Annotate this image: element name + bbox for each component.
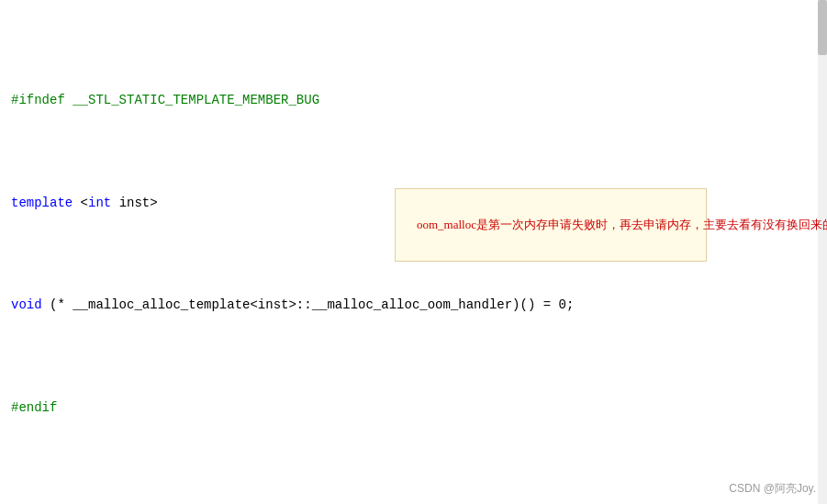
watermark-text: CSDN @阿亮Joy.	[729, 482, 816, 495]
scrollbar[interactable]	[818, 0, 827, 504]
preprocessor-text: #ifndef __STL_STATIC_TEMPLATE_MEMBER_BUG	[11, 93, 319, 107]
preprocessor-endif: #endif	[11, 400, 57, 415]
scrollbar-thumb[interactable]	[818, 0, 827, 55]
keyword-void: void	[11, 297, 42, 312]
watermark: CSDN @阿亮Joy.	[729, 481, 816, 497]
tooltip-text: oom_malloc是第一次内存申请失败时，再去申请内存，主要去看有没有换回来的…	[417, 218, 827, 231]
code-line-2: template <int inst>	[11, 193, 816, 213]
code-line-5	[11, 500, 816, 504]
keyword-template: template	[11, 196, 73, 210]
keyword-int: int	[88, 196, 111, 210]
code-line-1: #ifndef __STL_STATIC_TEMPLATE_MEMBER_BUG	[11, 90, 816, 110]
code-line-3: void (* __malloc_alloc_template<inst>::_…	[11, 295, 816, 315]
code-editor: #ifndef __STL_STATIC_TEMPLATE_MEMBER_BUG…	[0, 0, 827, 504]
code-line-4: #endif	[11, 398, 816, 418]
